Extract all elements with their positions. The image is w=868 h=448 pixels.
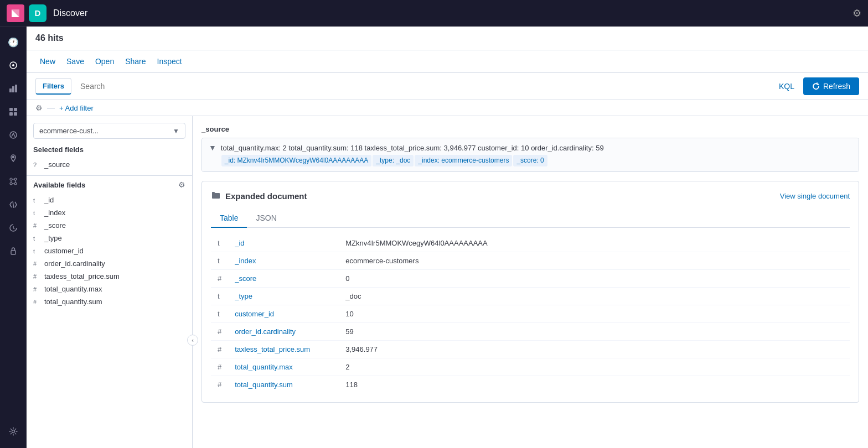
two-panel: ecommerce-cust... ▼ Selected fields ?_so… bbox=[27, 116, 868, 448]
field-type-cell: t bbox=[211, 287, 228, 305]
field-name: taxless_total_price.sum bbox=[44, 272, 120, 280]
svg-point-12 bbox=[14, 178, 17, 180]
sidebar-icon-maps[interactable] bbox=[2, 147, 24, 169]
svg-rect-4 bbox=[15, 85, 17, 92]
field-type-cell: t bbox=[211, 305, 228, 322]
new-button[interactable]: New bbox=[35, 55, 60, 68]
available-field-item[interactable]: #total_quantity.sum bbox=[27, 295, 192, 308]
field-name-cell[interactable]: _index bbox=[228, 252, 339, 269]
available-field-item[interactable]: t_index bbox=[27, 206, 192, 219]
field-name-cell[interactable]: total_quantity.sum bbox=[228, 376, 339, 393]
available-fields-title: Available fields bbox=[33, 181, 175, 189]
chevron-down-icon: ▼ bbox=[173, 127, 179, 135]
sidebar-icon-clock[interactable]: 🕐 bbox=[2, 31, 24, 53]
sidebar-icon-ml[interactable] bbox=[2, 170, 24, 192]
svg-rect-20 bbox=[11, 251, 16, 254]
sidebar-icon-settings[interactable] bbox=[2, 420, 24, 442]
field-name-cell[interactable]: total_quantity.max bbox=[228, 358, 339, 376]
top-bar-right: ⚙ bbox=[852, 7, 861, 19]
view-single-document-link[interactable]: View single document bbox=[780, 192, 850, 200]
filters-button[interactable]: Filters bbox=[35, 78, 71, 95]
field-type-icon: t bbox=[33, 248, 41, 254]
field-name-cell[interactable]: _score bbox=[228, 269, 339, 287]
save-button[interactable]: Save bbox=[62, 55, 89, 68]
sidebar: 🕐 bbox=[0, 27, 27, 448]
field-name: _index bbox=[44, 209, 65, 217]
field-type-icon: # bbox=[33, 299, 41, 305]
sidebar-icon-visualize[interactable] bbox=[2, 77, 24, 100]
index-name: ecommerce-cust... bbox=[39, 127, 173, 135]
field-name: order_id.cardinality bbox=[44, 259, 105, 268]
sidebar-icon-security[interactable] bbox=[2, 240, 24, 262]
sidebar-icon-apm[interactable] bbox=[2, 124, 24, 146]
svg-point-14 bbox=[14, 183, 17, 185]
expanded-doc-title: Expanded document bbox=[211, 190, 307, 202]
svg-rect-2 bbox=[9, 88, 12, 92]
right-panel: _source ▼ total_quantity.max: 2 total_qu… bbox=[193, 116, 868, 448]
field-value-cell: 59 bbox=[339, 322, 850, 340]
collapse-panel-button[interactable]: ‹ bbox=[187, 335, 198, 346]
svg-point-13 bbox=[10, 183, 12, 185]
field-name-cell[interactable]: _id bbox=[228, 235, 339, 252]
field-name-cell[interactable]: _type bbox=[228, 287, 339, 305]
available-field-item[interactable]: t_id bbox=[27, 194, 192, 206]
folder-icon bbox=[211, 190, 221, 202]
field-value-cell: 10 bbox=[339, 305, 850, 322]
right-panel-content: _source ▼ total_quantity.max: 2 total_qu… bbox=[193, 116, 868, 448]
filter-settings-icon[interactable]: ⚙ bbox=[35, 103, 43, 112]
kql-button[interactable]: KQL bbox=[774, 80, 799, 93]
available-field-item[interactable]: t_type bbox=[27, 232, 192, 244]
tab-table[interactable]: Table bbox=[211, 209, 247, 228]
field-type-cell: # bbox=[211, 340, 228, 358]
top-settings-icon[interactable]: ⚙ bbox=[852, 8, 861, 19]
field-name: customer_id bbox=[44, 247, 84, 255]
app-title: Discover bbox=[53, 8, 852, 18]
tab-json[interactable]: JSON bbox=[247, 209, 285, 228]
table-row: # total_quantity.sum 118 bbox=[211, 376, 850, 393]
available-field-item[interactable]: #taxless_total_price.sum bbox=[27, 270, 192, 283]
field-value-cell: 2 bbox=[339, 358, 850, 376]
sidebar-icon-discover[interactable] bbox=[2, 54, 24, 76]
field-name: total_quantity.sum bbox=[44, 298, 102, 306]
sidebar-icon-dashboard[interactable] bbox=[2, 101, 24, 123]
doc-toggle-icon[interactable]: ▼ bbox=[209, 143, 216, 152]
available-field-item[interactable]: #_score bbox=[27, 219, 192, 232]
sidebar-icon-devtools[interactable] bbox=[2, 194, 24, 216]
index-selector[interactable]: ecommerce-cust... ▼ bbox=[33, 123, 185, 139]
field-name: total_quantity.max bbox=[44, 285, 102, 293]
field-type-cell: t bbox=[211, 235, 228, 252]
main-layout: 🕐 bbox=[0, 27, 868, 448]
field-name-cell[interactable]: order_id.cardinality bbox=[228, 322, 339, 340]
doc-meta-tags: _id: MZknv4Ir5MMOKWcegyW64l0AAAAAAAAA_ty… bbox=[221, 156, 548, 164]
selected-field-item[interactable]: ?_source bbox=[27, 158, 192, 171]
available-field-item[interactable]: #order_id.cardinality bbox=[27, 257, 192, 270]
source-label: _source bbox=[202, 125, 859, 133]
field-name: _score bbox=[44, 221, 66, 230]
inspect-button[interactable]: Inspect bbox=[153, 55, 187, 68]
table-row: t _id MZknv4Ir5MMOKWcegyW64l0AAAAAAAAA bbox=[211, 235, 850, 252]
refresh-button[interactable]: Refresh bbox=[803, 77, 859, 95]
add-filter-link[interactable]: + Add filter bbox=[59, 104, 94, 112]
table-row: # _score 0 bbox=[211, 269, 850, 287]
field-type-cell: t bbox=[211, 252, 228, 269]
table-row: t customer_id 10 bbox=[211, 305, 850, 322]
top-bar: D Discover ⚙ bbox=[0, 0, 868, 27]
table-row: t _type _doc bbox=[211, 287, 850, 305]
search-input[interactable] bbox=[76, 79, 770, 94]
field-name-cell[interactable]: taxless_total_price.sum bbox=[228, 340, 339, 358]
open-button[interactable]: Open bbox=[91, 55, 118, 68]
available-field-item[interactable]: #total_quantity.max bbox=[27, 283, 192, 295]
available-fields-settings-icon[interactable]: ⚙ bbox=[178, 180, 185, 189]
field-type-icon: t bbox=[33, 210, 41, 216]
doc-summary: total_quantity.max: 2 total_quantity.sum… bbox=[221, 143, 852, 167]
hits-count: 46 bbox=[35, 33, 45, 43]
sidebar-icon-monitoring[interactable] bbox=[2, 217, 24, 239]
share-button[interactable]: Share bbox=[121, 55, 150, 68]
available-fields-list: t_idt_index#_scoret_typetcustomer_id#ord… bbox=[27, 194, 192, 308]
table-row: t _index ecommerce-customers bbox=[211, 252, 850, 269]
svg-rect-3 bbox=[12, 86, 14, 92]
field-name-cell[interactable]: customer_id bbox=[228, 305, 339, 322]
doc-table-body: t _id MZknv4Ir5MMOKWcegyW64l0AAAAAAAAA t… bbox=[211, 235, 850, 393]
doc-row-header: ▼ total_quantity.max: 2 total_quantity.s… bbox=[202, 138, 859, 171]
available-field-item[interactable]: tcustomer_id bbox=[27, 244, 192, 257]
